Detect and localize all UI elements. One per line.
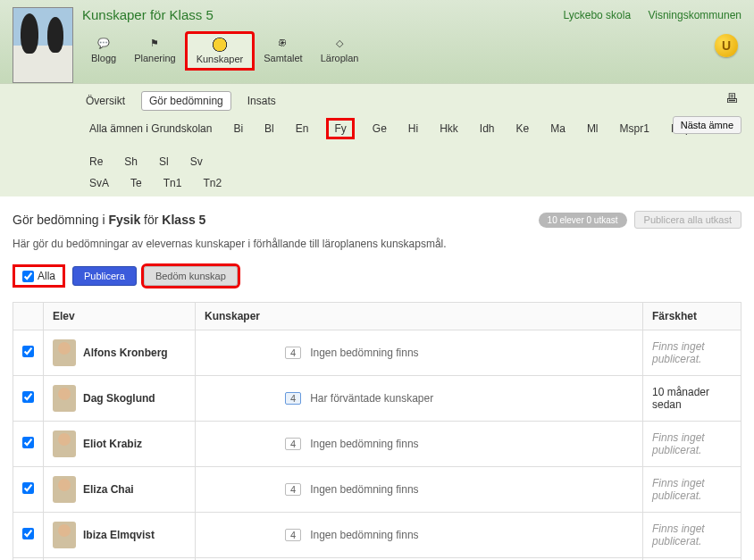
subject-mspr1[interactable]: Mspr1 [616,121,653,137]
subject-hkk[interactable]: Hkk [436,121,462,137]
subject-bl[interactable]: Bl [261,121,278,137]
student-name: Dag Skoglund [83,392,155,405]
title-pre: Gör bedömning i [13,213,108,227]
count-badge: 4 [285,392,301,405]
target-icon [211,38,229,52]
avatar [53,476,76,503]
subject-fy[interactable]: Fy [326,118,354,139]
table-row: Eliza Chai4Ingen bedömning finnsFinns in… [13,467,741,513]
subject-te[interactable]: Te [127,175,146,191]
table-row: Eliot Krabiz4Ingen bedömning finnsFinns … [13,422,741,467]
print-icon[interactable]: 🖶 [725,91,738,105]
title-subject: Fysik [108,213,140,227]
student-cell[interactable]: Eliza Chai [53,476,186,503]
school-link[interactable]: Lyckebo skola [564,9,632,21]
student-cell[interactable]: Eliot Krabiz [53,430,186,457]
subject-sh[interactable]: Sh [121,154,141,170]
subject-hi[interactable]: Hi [405,121,422,137]
subject-en[interactable]: En [292,121,313,137]
col-elev: Elev [44,303,196,330]
student-name: Eliza Chai [83,483,134,496]
row-checkbox[interactable] [22,391,34,403]
student-cell[interactable]: Dag Skoglund [53,385,186,412]
tab-samtalet[interactable]: ֍ Samtalet [255,31,311,71]
subject-ma[interactable]: Ma [547,121,569,137]
tab-label: Planering [134,53,175,63]
subject-ge[interactable]: Ge [369,121,390,137]
page-title: Kunskaper för Klass 5 [82,7,214,22]
kunskap-cell: 4Har förväntade kunskaper [205,392,633,405]
user-badge[interactable]: U [715,34,738,57]
student-name: Ibiza Elmqvist [83,529,155,541]
table-row: Alfons Kronberg4Ingen bedömning finnsFin… [13,330,741,376]
tab-kunskaper[interactable]: Kunskaper [185,31,256,71]
subject-bi[interactable]: Bi [230,121,247,137]
row-checkbox[interactable] [22,482,34,494]
kunskap-cell: 4Ingen bedömning finns [205,438,633,450]
count-badge: 4 [285,438,301,450]
tab-label: Samtalet [264,53,302,63]
subnav-oversikt[interactable]: Översikt [86,95,125,107]
row-checkbox[interactable] [22,437,34,448]
subject-sl[interactable]: Sl [155,154,172,170]
table-row: Ibiza Elmqvist4Ingen bedömning finnsFinn… [13,513,741,558]
publish-all-button[interactable]: Publicera alla utkast [634,211,741,229]
flag-icon: ⚑ [145,35,164,51]
select-all-label: Alla [38,270,55,282]
publish-button[interactable]: Publicera [72,266,137,286]
select-all-checkbox[interactable] [22,271,34,282]
subnav-insats[interactable]: Insats [247,95,276,107]
subject-sv[interactable]: Sv [187,154,206,170]
swirl-icon: ֍ [273,35,293,51]
status-text: Ingen bedömning finns [310,438,418,450]
subject-tn2[interactable]: Tn2 [199,175,225,191]
count-badge: 4 [285,483,301,496]
student-count-pill: 10 elever 0 utkast [539,213,627,228]
avatar [53,385,76,412]
subject-idh[interactable]: Idh [476,121,498,137]
status-text: Har förväntade kunskaper [310,392,433,405]
freshness-cell: Finns inget publicerat. [643,513,741,558]
description: Här gör du bedömningar av elevernas kuns… [13,238,741,250]
count-badge: 4 [285,347,301,359]
title-mid: för [140,213,162,227]
next-subject-button[interactable]: Nästa ämne [673,116,741,134]
subject-ml[interactable]: Ml [583,121,602,137]
status-text: Ingen bedömning finns [310,483,418,496]
subject-tn1[interactable]: Tn1 [160,175,186,191]
count-badge: 4 [285,529,301,541]
municipality-link[interactable]: Visningskommunen [648,9,741,21]
tab-planering[interactable]: ⚑ Planering [125,31,184,71]
avatar [53,339,76,366]
avatar [53,522,76,548]
title-class: Klass 5 [162,213,205,227]
subject-sva[interactable]: SvA [86,175,113,191]
speech-icon: 💬 [94,35,113,51]
subnav-gor[interactable]: Gör bedömning [141,91,231,111]
student-name: Alfons Kronberg [83,347,168,359]
freshness-cell: Finns inget publicerat. [643,422,741,467]
tab-blogg[interactable]: 💬 Blogg [82,31,125,71]
select-all[interactable]: Alla [13,264,65,288]
tab-label: Kunskaper [197,54,244,64]
col-check [13,303,44,330]
col-farskhet: Färskhet [643,303,741,330]
row-checkbox[interactable] [22,346,34,357]
student-cell[interactable]: Ibiza Elmqvist [53,522,186,548]
col-kunskaper: Kunskaper [196,303,643,330]
subject-re[interactable]: Re [86,154,106,170]
class-image [13,7,73,83]
kunskap-cell: 4Ingen bedömning finns [205,347,633,359]
book-icon: ◇ [330,35,349,51]
status-text: Ingen bedömning finns [310,347,418,359]
student-cell[interactable]: Alfons Kronberg [53,339,186,366]
freshness-cell: Finns inget publicerat. [643,467,741,513]
tab-laroplan[interactable]: ◇ Läroplan [312,31,368,71]
subject-ke[interactable]: Ke [513,121,533,137]
assess-button[interactable]: Bedöm kunskap [144,266,238,286]
tab-label: Läroplan [321,53,359,63]
avatar [53,430,76,457]
subject-alla[interactable]: Alla ämnen i Grundskolan [86,121,215,137]
row-checkbox[interactable] [22,528,34,539]
table-row: Dag Skoglund4Har förväntade kunskaper10 … [13,376,741,422]
